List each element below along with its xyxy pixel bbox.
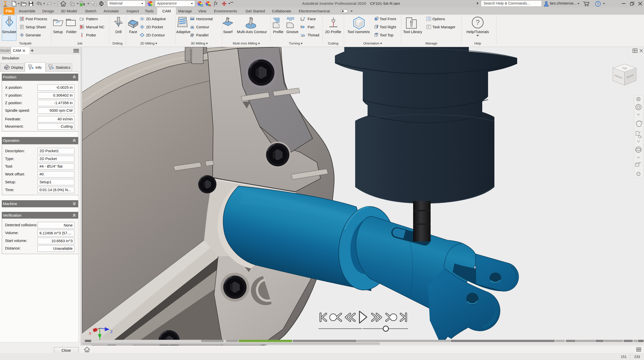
svg-text:?: ? (476, 18, 480, 26)
svg-text:X: X (89, 331, 91, 335)
svg-text:PRO: PRO (4, 6, 7, 7)
svg-text:?: ? (597, 2, 599, 6)
svg-text:Z: Z (110, 329, 113, 334)
svg-text:%: % (427, 26, 429, 29)
